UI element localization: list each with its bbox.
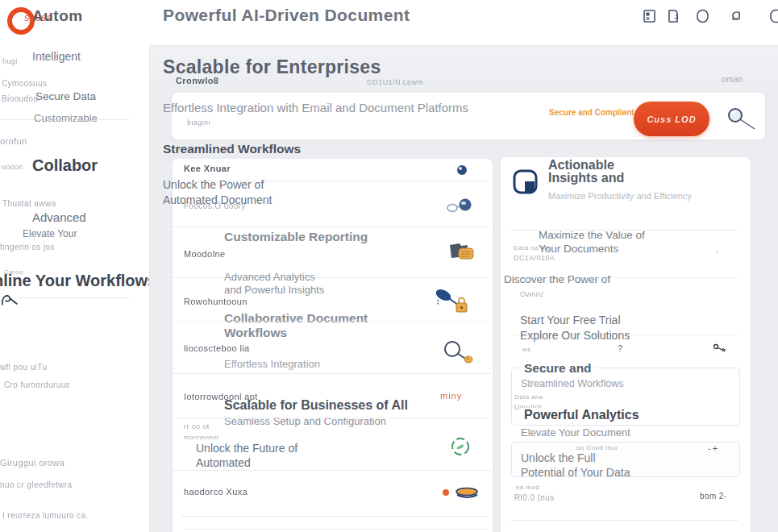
row2-title: Customizable Reporting bbox=[224, 230, 368, 244]
footer-garbled-2: Rl0.0 (nus bbox=[514, 493, 555, 502]
value-text-line2: Your Documents bbox=[539, 243, 618, 255]
sidebar-garbled-4: orofun bbox=[0, 136, 27, 146]
bottom-divider-2 bbox=[184, 529, 489, 530]
cta-button[interactable]: Cuss LOD bbox=[634, 102, 709, 136]
unlock-box-garbled: oo Croid ttoo bbox=[576, 444, 618, 451]
sidebar-garbled-1: hugi bbox=[2, 57, 18, 65]
secure-box-garbled-1: Data ana bbox=[514, 393, 543, 401]
sidebar-item-customizable[interactable]: Customizable bbox=[34, 112, 98, 124]
value-text-line1: Maximize the Value of bbox=[539, 229, 645, 241]
row6-text-line2: Automated bbox=[196, 456, 251, 469]
sidebar-item-collabor[interactable]: Collabor bbox=[32, 156, 98, 175]
unlock-text-line1: Unlock the Full bbox=[521, 451, 596, 464]
row7-divider bbox=[172, 470, 491, 471]
section-heading: Streamlined Workflows bbox=[163, 142, 301, 156]
footer-garbled-3[interactable]: bom 2- bbox=[700, 492, 727, 501]
brand-name[interactable]: Autom bbox=[32, 7, 83, 25]
magnifier-orange-icon[interactable] bbox=[442, 340, 476, 364]
insights-logo-icon bbox=[513, 169, 539, 195]
sidebar-item-secure-data[interactable]: Secure Data bbox=[35, 90, 96, 102]
banner-garbled: biagini bbox=[187, 118, 210, 127]
row6-divider-top bbox=[172, 418, 489, 418]
row4-title-line1: Collaborative Document bbox=[224, 311, 368, 326]
row1-label: Kee Xnuar bbox=[184, 164, 231, 173]
row4-garbled: liocoscteboo lia bbox=[184, 343, 250, 353]
hero-title: Scalable for Enterprises bbox=[163, 56, 381, 78]
row4-title-line2: Workflows bbox=[224, 326, 287, 340]
pen-lock-icon[interactable] bbox=[434, 287, 472, 316]
sidebar-divider-2 bbox=[18, 297, 129, 298]
sidebar-garbled-2: Cymoosuus bbox=[2, 79, 47, 88]
hero-garbled-2: GD1U1/N Lewm bbox=[367, 78, 423, 86]
insights-subtitle: Maximize Productivity and Efficiency bbox=[548, 191, 692, 201]
row1-text-line1: Unlock the Power of bbox=[163, 178, 264, 191]
value-garbled-1: Data na Me bbox=[514, 244, 550, 251]
secure-box-sub: Streamlined Workflows bbox=[521, 378, 624, 389]
sidebar-garbled-6: Thustat awwa bbox=[2, 199, 56, 208]
cursor-icon bbox=[0, 292, 19, 308]
hero-garbled-1: Cronwlo8 bbox=[176, 76, 218, 85]
discover-text: Discover the Power of bbox=[504, 273, 610, 285]
value-garbled-2: DC1A!010A bbox=[514, 254, 555, 262]
row3-garbled: Rowohuntooun bbox=[184, 297, 248, 306]
green-eco-icon[interactable] bbox=[448, 435, 472, 458]
row6-text-line1: Unlock the Future of bbox=[196, 442, 297, 455]
sidebar-garbled-12: nuo cr gleedfetwra bbox=[0, 480, 72, 489]
row5-divider bbox=[172, 373, 491, 374]
row6-garbled-1: rr oo ot bbox=[184, 422, 210, 430]
circle-icon[interactable] bbox=[695, 8, 711, 24]
sidebar-garbled-7: hngerin os jos bbox=[0, 243, 55, 251]
sidebar-garbled-11: Giruggui orowa bbox=[0, 458, 64, 468]
row4-sub: Effortless Integration bbox=[224, 358, 320, 370]
row4-divider bbox=[172, 321, 489, 322]
folder-report-icon[interactable] bbox=[446, 242, 476, 264]
bottom-divider-1 bbox=[181, 516, 489, 517]
banner-search-icon[interactable] bbox=[726, 107, 758, 131]
row3-text-line1: Advanced Analytics bbox=[224, 271, 315, 283]
row2-divider bbox=[172, 227, 491, 227]
header-bar: sousa Autom Powerful AI-Driven Document bbox=[0, 0, 778, 46]
row6-garbled-2: monnnnnnl bbox=[184, 434, 218, 441]
link-explore[interactable]: Explore Our Solutions bbox=[520, 329, 630, 342]
document-icon[interactable] bbox=[666, 9, 680, 23]
secure-box-title-2: Powerful Analytics bbox=[521, 408, 643, 422]
sidebar-item-intelligent[interactable]: Intelligent bbox=[32, 50, 81, 63]
small-garbled-2: ? bbox=[618, 343, 623, 353]
banner-title: Effortless Integration with Email and Do… bbox=[163, 101, 468, 114]
sidebar-garbled-3: Biooudoo bbox=[2, 94, 38, 103]
unlock-box-arrow[interactable]: -+ bbox=[708, 443, 719, 453]
row3-text-line2: and Powerful Insights bbox=[224, 284, 324, 296]
unlock-text-line2: Potential of Your Data bbox=[521, 466, 630, 479]
sidebar-garbled-10: Cro furoorduruus bbox=[4, 380, 70, 389]
sidebar-item-advanced[interactable]: Advanced bbox=[32, 210, 86, 224]
grid-icon[interactable] bbox=[643, 9, 657, 23]
paper-stack-icon[interactable] bbox=[453, 485, 481, 500]
value-garbled-3: ' bbox=[716, 250, 718, 260]
row5-title: Scalable for Businesses of All bbox=[224, 398, 408, 413]
row5-badge: miny bbox=[440, 391, 462, 401]
small-garbled-1: ws bbox=[522, 346, 531, 353]
blue-dot-icon[interactable] bbox=[456, 164, 468, 176]
database-icon[interactable] bbox=[728, 8, 744, 24]
sidebar-garbled-13: I reurreza lumuuro ca. bbox=[2, 511, 89, 520]
footer-garbled-1: na mod bbox=[516, 484, 539, 491]
sidebar-garbled-9: wfl pou uiTu bbox=[0, 363, 47, 372]
row7-garbled: haodorco Xuxa bbox=[184, 487, 248, 497]
row1-garbled: Foocos.O uoory bbox=[184, 202, 246, 210]
secure-box-after: Elevate Your Document bbox=[521, 426, 630, 438]
row3-divider bbox=[172, 277, 489, 278]
sidebar: Intelligent hugi Cymoosuus Biooudoo Secu… bbox=[0, 45, 150, 532]
glasses-toggle-icon[interactable] bbox=[445, 197, 474, 214]
orange-dot-icon bbox=[442, 488, 450, 497]
link-free-trial[interactable]: Start Your Free Trial bbox=[520, 314, 621, 326]
row2-garbled: Moodolne bbox=[184, 249, 226, 259]
hero-garbled-3: oman bbox=[722, 75, 743, 84]
insights-title-line2: Insights and bbox=[548, 171, 624, 185]
key-icon bbox=[713, 343, 727, 354]
sidebar-garbled-5: uooon bbox=[2, 163, 23, 171]
insights-divider-bottom bbox=[511, 520, 738, 521]
secure-box-title: Secure and bbox=[521, 361, 595, 376]
edge-clipped-icon[interactable] bbox=[768, 8, 778, 24]
sidebar-item-elevate[interactable]: Elevate Your bbox=[23, 228, 77, 239]
page: sousa Autom Powerful AI-Driven Document … bbox=[0, 0, 778, 532]
